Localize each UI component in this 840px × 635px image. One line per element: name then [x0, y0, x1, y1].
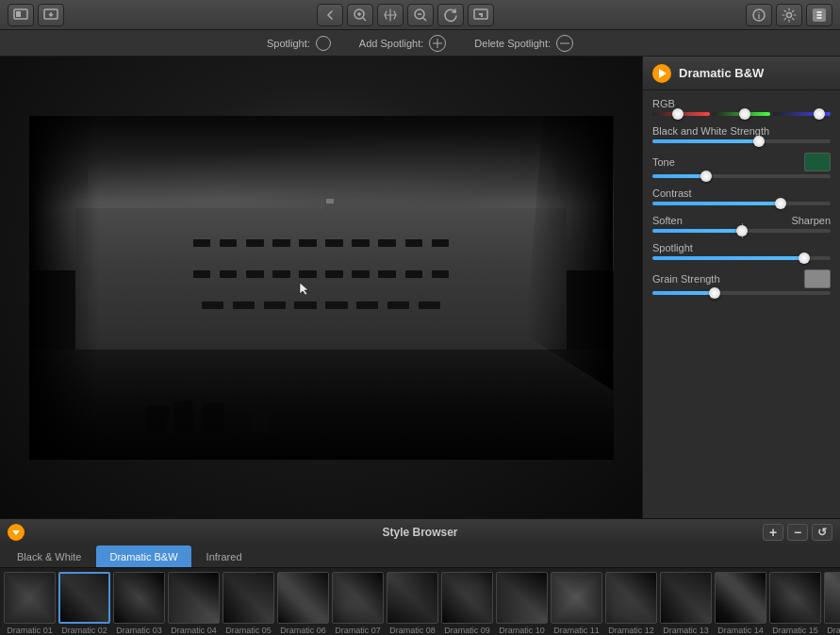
thumbnail-item[interactable]: Dramatic 05 — [222, 572, 274, 635]
spotlight-bar: Spotlight: Add Spotlight: Delete Spotlig… — [0, 30, 840, 57]
rotate-button[interactable] — [437, 4, 464, 26]
rgb-r-track[interactable] — [652, 112, 710, 116]
grain-strength-label: Grain Strength — [652, 269, 831, 288]
chevron-down-icon — [12, 530, 20, 535]
thumbnail-item[interactable]: Dramatic 13 — [660, 572, 712, 635]
thumbnail-item[interactable]: Dramatic 02 — [58, 572, 110, 635]
delete-spotlight-icon[interactable] — [556, 35, 573, 52]
thumbnail-item[interactable]: Dramatic 08 — [387, 572, 438, 635]
thumbnail-label: Dramatic 08 — [387, 626, 438, 635]
thumbnail-item[interactable]: Dramatic 12 — [605, 572, 657, 635]
toolbar-left — [8, 4, 64, 26]
thumbnail-item[interactable]: Dramatic 14 — [715, 572, 766, 635]
toolbar-center — [317, 4, 494, 26]
style-browser-area: Style Browser + − ↺ Black & White Dramat… — [0, 518, 840, 635]
rgb-g-track[interactable] — [713, 112, 770, 116]
thumbnail-label: Dramatic 03 — [113, 626, 165, 635]
thumbnail-label: Dramatic 01 — [4, 626, 56, 635]
style-browser-actions: + − ↺ — [763, 524, 832, 541]
grain-strength-track[interactable] — [652, 291, 831, 295]
spotlight-circle-icon[interactable] — [316, 36, 331, 51]
thumbnail-label: Dramatic 04 — [168, 626, 220, 635]
image-panel — [0, 57, 642, 518]
contrast-fill — [652, 202, 781, 205]
bw-strength-row — [652, 139, 831, 143]
spotlight-label: Spotlight: — [267, 38, 310, 49]
thumbnail-label: Dramatic 11 — [551, 626, 602, 635]
thumbnail-item[interactable]: Dramatic 15 — [769, 572, 821, 635]
thumbnail-label: Dramatic 15 — [769, 626, 821, 635]
tab-black-and-white[interactable]: Black & White — [4, 545, 94, 567]
thumbnail-item[interactable]: Dramatic 01 — [4, 572, 56, 635]
tone-color-swatch[interactable] — [804, 153, 831, 171]
spotlight-thumb[interactable] — [799, 252, 810, 264]
rgb-b-track[interactable] — [773, 112, 831, 116]
refresh-style-button[interactable]: ↺ — [812, 524, 832, 541]
more-button[interactable] — [806, 4, 832, 26]
contrast-group: Contrast — [652, 187, 831, 205]
rgb-r-thumb[interactable] — [672, 108, 684, 120]
thumbnail-label: Dramatic 16 — [824, 626, 840, 635]
rgb-b-thumb[interactable] — [814, 108, 825, 120]
collapse-style-browser-button[interactable] — [8, 524, 25, 541]
spotlight-fill — [652, 256, 804, 260]
cursor — [298, 281, 311, 298]
spotlight-group: Spotlight — [652, 242, 831, 260]
thumbnail-item[interactable]: Dramatic 03 — [113, 572, 165, 635]
export-button[interactable] — [468, 4, 494, 26]
soften-label: Soften — [652, 215, 683, 226]
remove-style-button[interactable]: − — [787, 524, 808, 541]
contrast-label: Contrast — [652, 187, 831, 199]
spotlight-row — [652, 256, 831, 260]
settings-button[interactable] — [776, 4, 802, 26]
thumbnail-item[interactable]: Dramatic 09 — [441, 572, 493, 635]
add-style-button[interactable]: + — [763, 524, 783, 541]
thumbnail-item[interactable]: Dramatic 11 — [551, 572, 602, 635]
photo-display — [0, 57, 642, 518]
effect-title: Dramatic B&W — [679, 66, 764, 80]
view-mode-button[interactable] — [8, 4, 34, 26]
tab-dramatic-bw[interactable]: Dramatic B&W — [96, 545, 190, 567]
soften-sharpen-track[interactable] — [652, 229, 831, 233]
thumbnail-item[interactable]: Dramatic 07 — [332, 572, 384, 635]
soften-sharpen-thumb[interactable] — [736, 225, 748, 236]
contrast-track[interactable] — [652, 202, 831, 205]
svg-text:i: i — [758, 11, 761, 21]
grain-strength-row — [652, 291, 831, 295]
thumbnail-label: Dramatic 05 — [222, 626, 274, 635]
contrast-thumb[interactable] — [775, 198, 786, 209]
toolbar-right: i — [746, 4, 832, 26]
tone-row — [652, 174, 831, 178]
delete-spotlight-item: Delete Spotlight: — [474, 35, 573, 52]
thumbnail-item[interactable]: Dramatic 04 — [168, 572, 220, 635]
tab-infrared[interactable]: Infrared — [193, 545, 255, 567]
rgb-group: RGB — [652, 98, 831, 116]
thumbnail-label: Dramatic 09 — [441, 626, 493, 635]
pan-button[interactable] — [377, 4, 404, 26]
bw-strength-thumb[interactable] — [753, 136, 765, 147]
thumbnail-label: Dramatic 12 — [605, 626, 657, 635]
thumbnail-label: Dramatic 10 — [496, 626, 548, 635]
tone-thumb[interactable] — [700, 171, 712, 182]
thumbnail-label: Dramatic 07 — [332, 626, 384, 635]
thumbnail-item[interactable]: Dramatic 10 — [496, 572, 548, 635]
photo-top-vignette — [29, 116, 614, 202]
rgb-g-thumb[interactable] — [739, 108, 750, 120]
spotlight-item: Spotlight: — [267, 36, 331, 51]
thumbnail-item[interactable]: Dramatic 16 — [824, 572, 840, 635]
tone-track[interactable] — [652, 174, 831, 178]
info-button[interactable]: i — [746, 4, 772, 26]
thumbnail-item[interactable]: Dramatic 06 — [277, 572, 329, 635]
soften-sharpen-row — [652, 229, 831, 233]
spotlight-track[interactable] — [652, 256, 831, 260]
zoom-in-button[interactable] — [347, 4, 373, 26]
add-spotlight-label: Add Spotlight: — [359, 38, 424, 49]
import-button[interactable] — [38, 4, 64, 26]
back-button[interactable] — [317, 4, 343, 26]
top-toolbar: i — [0, 0, 840, 30]
add-spotlight-icon[interactable] — [429, 35, 446, 52]
bw-strength-track[interactable] — [652, 139, 831, 143]
zoom-out-button[interactable] — [407, 4, 434, 26]
play-button[interactable] — [652, 64, 671, 83]
grain-strength-thumb[interactable] — [709, 287, 720, 299]
